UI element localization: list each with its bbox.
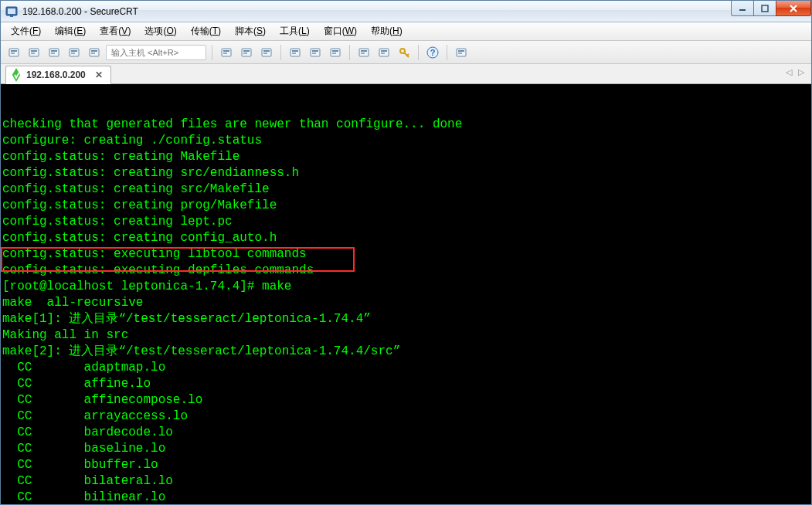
- scroll-left-icon[interactable]: ◁: [783, 67, 794, 77]
- svg-rect-18: [91, 50, 97, 52]
- svg-rect-31: [292, 53, 296, 54]
- menu-t[interactable]: 传输(T): [185, 23, 226, 39]
- terminal-line: config.status: creating src/endianness.h: [2, 165, 811, 181]
- menu-w[interactable]: 窗口(W): [318, 23, 362, 39]
- svg-rect-25: [243, 53, 247, 54]
- terminal-line: make all-recursive: [2, 295, 811, 311]
- terminal-line: CC bardecode.lo: [2, 425, 811, 441]
- close-button[interactable]: [776, 1, 811, 16]
- svg-rect-7: [11, 53, 15, 54]
- svg-text:?: ?: [430, 48, 436, 57]
- tab-session[interactable]: 192.168.0.200 ✕: [5, 66, 111, 84]
- svg-rect-2: [10, 15, 13, 17]
- app-icon: [5, 5, 18, 18]
- copy-icon[interactable]: [218, 44, 235, 61]
- svg-rect-15: [71, 50, 77, 52]
- paste-icon[interactable]: [238, 44, 255, 61]
- svg-rect-13: [51, 53, 55, 54]
- window-title: 192.168.0.200 - SecureCRT: [22, 6, 138, 17]
- minimize-button[interactable]: [731, 1, 754, 16]
- svg-rect-4: [762, 5, 768, 12]
- separator: [418, 45, 419, 60]
- terminal-line: config.status: executing depfiles comman…: [2, 263, 811, 279]
- terminal-line: config.status: creating Makefile: [2, 149, 811, 165]
- tile-icon[interactable]: [453, 44, 470, 61]
- maximize-button[interactable]: [753, 1, 776, 16]
- menu-f[interactable]: 文件(F): [5, 23, 46, 39]
- menu-l[interactable]: 工具(L): [274, 23, 315, 39]
- terminal-line: make[1]: 进入目录“/test/tesseract/leptonica-…: [2, 311, 811, 327]
- host-input[interactable]: [106, 45, 206, 60]
- terminal-line: config.status: executing libtool command…: [2, 246, 811, 263]
- svg-rect-30: [292, 50, 298, 52]
- terminal-line: configure: creating ./config.status: [2, 133, 811, 149]
- terminal[interactable]: checking that generated files are newer …: [1, 84, 811, 504]
- svg-rect-1: [8, 8, 15, 14]
- terminal-line: checking that generated files are newer …: [2, 117, 811, 133]
- close-icon[interactable]: ✕: [93, 69, 104, 80]
- quick-connect-icon[interactable]: [5, 44, 22, 61]
- disconnect-icon[interactable]: [46, 44, 63, 61]
- menu-v[interactable]: 查看(V): [94, 23, 136, 39]
- svg-rect-21: [223, 50, 229, 52]
- terminal-line: CC arrayaccess.lo: [2, 408, 811, 425]
- terminal-line: Making all in src: [2, 327, 811, 344]
- svg-rect-16: [71, 53, 75, 54]
- svg-rect-40: [361, 53, 365, 54]
- menu-o[interactable]: 选项(O): [139, 23, 182, 39]
- terminal-line: CC affinecompose.lo: [2, 392, 811, 408]
- key-icon[interactable]: [396, 44, 413, 61]
- menubar: 文件(F)编辑(E)查看(V)选项(O)传输(T)脚本(S)工具(L)窗口(W)…: [1, 22, 811, 41]
- svg-rect-9: [31, 50, 37, 52]
- check-icon: [12, 68, 20, 82]
- svg-rect-42: [381, 50, 387, 52]
- toolbar: ?: [1, 41, 811, 64]
- options-icon[interactable]: [355, 44, 372, 61]
- svg-rect-50: [458, 50, 464, 52]
- svg-rect-10: [31, 53, 35, 54]
- svg-rect-12: [51, 50, 57, 52]
- separator: [349, 45, 350, 60]
- svg-rect-43: [381, 53, 385, 54]
- script-icon[interactable]: [375, 44, 392, 61]
- menu-e[interactable]: 编辑(E): [49, 23, 91, 39]
- menu-s[interactable]: 脚本(S): [229, 23, 271, 39]
- tab-label: 192.168.0.200: [26, 69, 86, 80]
- scroll-right-icon[interactable]: ▷: [796, 67, 807, 77]
- svg-rect-27: [263, 50, 270, 52]
- terminal-line: CC bilinear.lo: [2, 490, 811, 504]
- svg-rect-28: [263, 53, 267, 54]
- terminal-line: config.status: creating lept.pc: [2, 214, 811, 230]
- tab-strip: 192.168.0.200 ✕ ◁ ▷: [1, 64, 811, 84]
- svg-rect-36: [332, 50, 338, 52]
- terminal-line: make[2]: 进入目录“/test/tesseract/leptonica-…: [2, 344, 811, 360]
- properties-icon[interactable]: [327, 44, 344, 61]
- svg-rect-37: [332, 53, 336, 54]
- print-setup-icon[interactable]: [307, 44, 324, 61]
- terminal-line: CC affine.lo: [2, 376, 811, 392]
- separator: [280, 45, 281, 60]
- svg-rect-34: [312, 53, 316, 54]
- terminal-line: config.status: creating config_auto.h: [2, 230, 811, 246]
- print-icon[interactable]: [287, 44, 304, 61]
- reconnect-icon[interactable]: [25, 44, 42, 61]
- svg-rect-6: [11, 50, 17, 52]
- terminal-line: [root@localhost leptonica-1.74.4]# make: [2, 279, 811, 295]
- menu-h[interactable]: 帮助(H): [365, 23, 408, 39]
- svg-rect-22: [223, 53, 227, 54]
- reconnect-all-icon[interactable]: [66, 44, 83, 61]
- svg-rect-19: [91, 53, 95, 54]
- svg-rect-39: [361, 50, 367, 52]
- svg-rect-51: [458, 53, 462, 54]
- enter-host-icon[interactable]: [86, 44, 103, 61]
- find-icon[interactable]: [258, 44, 275, 61]
- terminal-line: CC bilateral.lo: [2, 473, 811, 490]
- separator: [212, 45, 212, 60]
- terminal-line: CC adaptmap.lo: [2, 360, 811, 376]
- help-icon[interactable]: ?: [424, 44, 441, 61]
- terminal-line: CC baseline.lo: [2, 441, 811, 457]
- titlebar: 192.168.0.200 - SecureCRT: [1, 1, 811, 22]
- terminal-line: config.status: creating src/Makefile: [2, 181, 811, 198]
- terminal-line: config.status: creating prog/Makefile: [2, 198, 811, 214]
- terminal-line: CC bbuffer.lo: [2, 457, 811, 473]
